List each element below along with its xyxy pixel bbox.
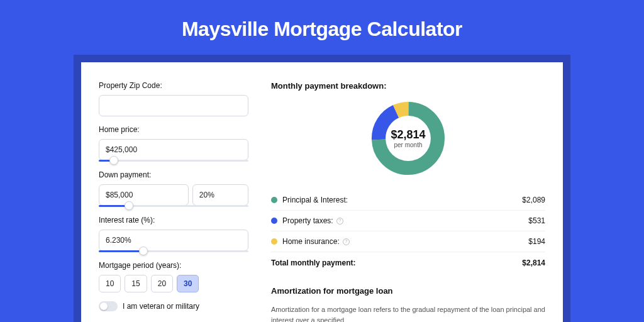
breakdown-row: Principal & Interest:$2,089 [271,190,545,211]
zip-input[interactable] [99,95,248,116]
results-panel: Monthly payment breakdown: $2,814 per mo… [271,81,545,322]
down-payment-pct-input[interactable] [192,184,248,206]
page-title: Maysville Mortgage Calculator [0,0,644,55]
total-label: Total monthly payment: [271,258,522,267]
total-row: Total monthly payment: $2,814 [271,252,545,272]
mortgage-period-20[interactable]: 20 [151,275,173,292]
calculator-card: Property Zip Code: Home price: Down paym… [81,62,563,322]
mortgage-period-10[interactable]: 10 [99,275,121,292]
home-price-slider-thumb[interactable] [109,156,118,165]
amortization-title: Amortization for mortgage loan [271,286,545,296]
interest-rate-input[interactable] [99,230,248,251]
zip-field: Property Zip Code: [99,81,248,116]
interest-rate-slider[interactable] [99,250,248,252]
donut-chart: $2,814 per month [369,99,447,177]
card-outer: Property Zip Code: Home price: Down paym… [74,55,570,322]
breakdown-item-value: $2,089 [522,196,545,204]
breakdown-item-name: Home insurance:? [282,237,528,246]
interest-rate-slider-thumb[interactable] [139,247,148,255]
breakdown-row: Property taxes:?$531 [271,211,545,231]
down-payment-field: Down payment: [99,170,248,207]
legend-dot [271,238,277,245]
info-icon[interactable]: ? [336,218,343,225]
amortization-section: Amortization for mortgage loan Amortizat… [271,286,545,322]
down-payment-label: Down payment: [99,170,248,179]
form-panel: Property Zip Code: Home price: Down paym… [99,81,248,322]
breakdown-row: Home insurance:?$194 [271,231,545,252]
home-price-slider[interactable] [99,160,248,162]
breakdown-title: Monthly payment breakdown: [271,81,545,91]
mortgage-period-30[interactable]: 30 [177,275,199,292]
mortgage-period-15[interactable]: 15 [125,275,147,292]
down-payment-input[interactable] [99,184,189,206]
veteran-label: I am veteran or military [123,302,199,311]
interest-rate-label: Interest rate (%): [99,216,248,225]
breakdown-item-name: Property taxes:? [282,216,528,225]
breakdown-item-name: Principal & Interest: [282,196,522,204]
down-payment-slider-thumb[interactable] [125,201,133,210]
veteran-row: I am veteran or military [99,301,248,311]
home-price-label: Home price: [99,125,248,134]
breakdown-item-value: $531 [528,216,545,225]
mortgage-period-label: Mortgage period (years): [99,261,248,270]
mortgage-period-field: Mortgage period (years): 10152030 [99,261,248,292]
veteran-toggle[interactable] [99,301,118,311]
legend-dot [271,197,277,203]
mortgage-period-options: 10152030 [99,275,248,292]
down-payment-slider[interactable] [99,205,248,207]
total-value: $2,814 [522,258,545,267]
donut-value: $2,814 [391,128,425,142]
info-icon[interactable]: ? [343,238,350,245]
home-price-input[interactable] [99,139,248,160]
breakdown-item-value: $194 [528,237,545,246]
donut-label: per month [394,142,422,148]
donut-chart-wrap: $2,814 per month [271,99,545,177]
donut-center: $2,814 per month [369,99,447,177]
home-price-field: Home price: [99,125,248,162]
interest-rate-field: Interest rate (%): [99,216,248,252]
legend-dot [271,218,277,224]
zip-label: Property Zip Code: [99,81,248,90]
breakdown-list: Principal & Interest:$2,089Property taxe… [271,190,545,252]
amortization-text: Amortization for a mortgage loan refers … [271,304,545,322]
